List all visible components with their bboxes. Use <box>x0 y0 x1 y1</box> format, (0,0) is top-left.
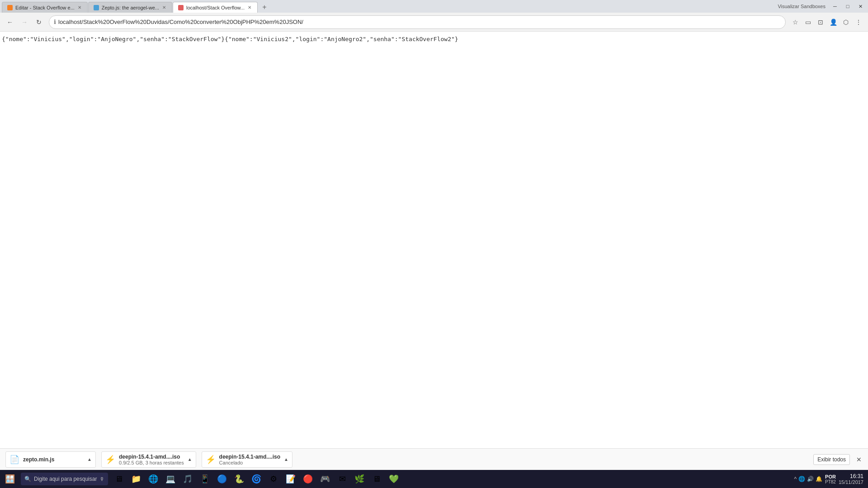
download-item-1-arrow[interactable]: ▲ <box>188 457 192 462</box>
taskbar-mail[interactable]: ✉ <box>334 471 350 487</box>
taskbar-chrome2[interactable]: 💚 <box>386 471 402 487</box>
taskbar-app10[interactable]: 🌀 <box>248 471 264 487</box>
app14-icon: 🌿 <box>354 474 364 484</box>
app12-icon: 🔴 <box>303 474 313 484</box>
reload-button[interactable]: ↻ <box>33 16 45 28</box>
browser-window: Editar - Stack Overflow e... ✕ Zepto.js:… <box>0 0 868 488</box>
app7-icon: 📱 <box>200 474 210 484</box>
tab-bar: Editar - Stack Overflow e... ✕ Zepto.js:… <box>2 0 776 13</box>
json-output: {"nome":"Vinicius","login":"AnjoNegro","… <box>2 35 866 43</box>
taskbar: 🪟 🔍 Digite aqui para pesquisar 🎙 🖥 📁 🌐 💻… <box>0 470 868 488</box>
bookmark-star-button[interactable]: ☆ <box>789 16 801 28</box>
cast-button[interactable]: ▭ <box>802 16 814 28</box>
tab-3-favicon <box>178 5 184 11</box>
language-indicator[interactable]: POR PT82 <box>825 474 836 484</box>
download-item-0[interactable]: 📄 zepto.min.js ▲ <box>5 451 96 468</box>
tab-3-label: localhost/Stack Overflow... <box>186 5 245 10</box>
network-icon[interactable]: 🌐 <box>798 476 805 482</box>
back-button[interactable]: ← <box>4 16 16 28</box>
download-item-2-icon: ⚡ <box>206 455 216 465</box>
taskbar-right: ^ 🌐 🔊 🔔 POR PT82 16:31 15/11/2017 <box>791 473 866 485</box>
taskbar-search-bar[interactable]: 🔍 Digite aqui para pesquisar 🎙 <box>21 473 108 485</box>
tab-3[interactable]: localhost/Stack Overflow... ✕ <box>173 2 258 13</box>
taskbar-app6[interactable]: 🎵 <box>179 471 196 487</box>
new-tab-button[interactable]: + <box>259 2 270 13</box>
taskbar-app14[interactable]: 🌿 <box>351 471 368 487</box>
mail-icon: ✉ <box>339 474 346 484</box>
clock-time: 16:31 <box>850 473 863 479</box>
tab-2[interactable]: Zepto.js: the aerogel-we... ✕ <box>88 2 172 13</box>
taskbar-task-view[interactable]: 🖥 <box>111 471 127 487</box>
maximize-button[interactable]: □ <box>842 1 854 11</box>
vscode-icon: 💻 <box>165 474 175 484</box>
forward-button[interactable]: → <box>18 16 31 28</box>
tab-1-label: Editar - Stack Overflow e... <box>15 5 75 10</box>
page-content: {"nome":"Vinicius","login":"AnjoNegro","… <box>0 32 868 448</box>
title-bar: Editar - Stack Overflow e... ✕ Zepto.js:… <box>0 0 868 13</box>
tab-1-favicon <box>7 5 13 11</box>
download-item-1-status: 0.9/2.5 GB, 3 horas restantes <box>119 460 184 465</box>
taskbar-start-button[interactable]: 🪟 <box>2 471 18 487</box>
taskbar-edge[interactable]: 🌐 <box>145 471 161 487</box>
edge-icon: 🌐 <box>148 474 158 484</box>
clock-date: 15/11/2017 <box>839 479 863 485</box>
lang-code: POR <box>825 474 836 479</box>
display-icon: 🖥 <box>373 474 381 484</box>
taskbar-mic-icon[interactable]: 🎙 <box>99 476 104 482</box>
minimize-button[interactable]: ─ <box>829 1 841 11</box>
system-clock[interactable]: 16:31 15/11/2017 <box>839 473 863 485</box>
taskbar-app9[interactable]: 🐍 <box>231 471 247 487</box>
download-item-0-filename: zepto.min.js <box>23 456 54 463</box>
download-item-0-info: zepto.min.js <box>23 456 54 463</box>
address-bar-input[interactable] <box>58 19 781 25</box>
download-bar-close-button[interactable]: ✕ <box>855 455 863 464</box>
notepad-icon: 📝 <box>286 474 296 484</box>
download-item-2-info: deepin-15.4.1-amd....iso Cancelado <box>219 454 280 465</box>
tab-2-close[interactable]: ✕ <box>161 5 167 11</box>
taskbar-search-text: Digite aqui para pesquisar <box>34 476 97 482</box>
download-item-1[interactable]: ⚡ deepin-15.4.1-amd....iso 0.9/2.5 GB, 3… <box>101 451 196 468</box>
menu-button[interactable]: ⋮ <box>853 16 864 28</box>
download-item-1-icon: ⚡ <box>105 455 115 465</box>
toolbar: ← → ↻ ℹ ☆ ▭ ⊡ 👤 ⬡ ⋮ <box>0 13 868 32</box>
download-item-0-icon: 📄 <box>9 455 19 465</box>
close-button[interactable]: ✕ <box>854 1 866 11</box>
download-item-2-status: Cancelado <box>219 460 280 465</box>
download-item-0-arrow[interactable]: ▲ <box>87 457 92 462</box>
download-item-1-filename: deepin-15.4.1-amd....iso <box>119 454 184 460</box>
download-item-2[interactable]: ⚡ deepin-15.4.1-amd....iso Cancelado ▲ <box>202 451 292 468</box>
download-item-2-filename: deepin-15.4.1-amd....iso <box>219 454 280 460</box>
volume-icon[interactable]: 🔊 <box>807 476 814 482</box>
taskbar-search-icon: 🔍 <box>24 476 31 482</box>
address-bar-container[interactable]: ℹ <box>49 15 786 29</box>
sys-icons: ^ 🌐 🔊 🔔 <box>794 476 822 482</box>
taskbar-opera[interactable]: 🎮 <box>317 471 333 487</box>
tab-1[interactable]: Editar - Stack Overflow e... ✕ <box>2 2 88 13</box>
app9-icon: 🐍 <box>234 474 244 484</box>
tab-1-close[interactable]: ✕ <box>76 5 83 11</box>
taskbar-file-explorer[interactable]: 📁 <box>128 471 144 487</box>
taskbar-app12[interactable]: 🔴 <box>300 471 316 487</box>
download-item-1-info: deepin-15.4.1-amd....iso 0.9/2.5 GB, 3 h… <box>119 454 184 465</box>
show-all-downloads-button[interactable]: Exibir todos <box>813 454 850 465</box>
window-controls: ─ □ ✕ <box>829 1 866 11</box>
taskbar-settings[interactable]: ⚙ <box>265 471 282 487</box>
taskbar-display[interactable]: 🖥 <box>368 471 385 487</box>
address-bar-info-icon: ℹ <box>54 19 56 25</box>
settings-icon: ⚙ <box>270 474 277 484</box>
notification-icon[interactable]: 🔔 <box>816 476 822 482</box>
extensions-button[interactable]: ⬡ <box>840 16 852 28</box>
screenshot-button[interactable]: ⊡ <box>815 16 826 28</box>
download-item-2-arrow[interactable]: ▲ <box>284 457 288 462</box>
window-title: Visualizar Sandboxes <box>778 4 826 9</box>
toolbar-actions: ☆ ▭ ⊡ 👤 ⬡ ⋮ <box>789 16 864 28</box>
profile-button[interactable]: 👤 <box>827 16 839 28</box>
taskbar-app8[interactable]: 🔵 <box>214 471 230 487</box>
taskbar-app7[interactable]: 📱 <box>197 471 213 487</box>
taskbar-notepad[interactable]: 📝 <box>283 471 299 487</box>
taskbar-vscode[interactable]: 💻 <box>162 471 179 487</box>
show-hidden-icon[interactable]: ^ <box>794 476 797 482</box>
tab-2-label: Zepto.js: the aerogel-we... <box>102 5 159 10</box>
tab-3-close[interactable]: ✕ <box>246 5 253 11</box>
file-explorer-icon: 📁 <box>131 474 141 484</box>
